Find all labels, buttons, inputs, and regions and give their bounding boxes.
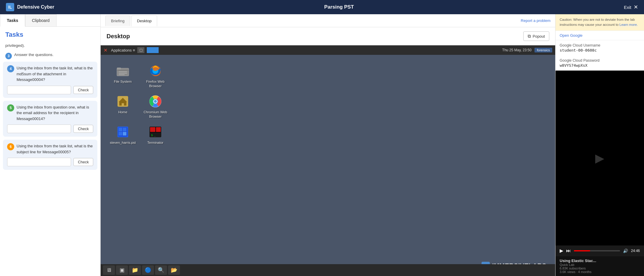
report-problem-link[interactable]: Report a problem (521, 18, 550, 23)
desktop-icon-pst[interactable]: steven_harris.pst (110, 125, 136, 145)
popout-icon: ⧉ (528, 33, 531, 39)
page-title: Parsing PST (324, 4, 354, 10)
learn-more-link[interactable]: Learn more. (619, 23, 638, 27)
next-button[interactable]: ⏭ (566, 248, 571, 253)
chromium-icon (148, 94, 162, 109)
task-6-text: Using the inbox from the task list, what… (17, 143, 93, 155)
vd-clock: Thu 25 May, 23:50 (502, 48, 532, 52)
taskbar-terminal[interactable]: ▣ (116, 265, 128, 275)
task-6-header: 6 Using the inbox from the task list, wh… (7, 143, 93, 155)
exit-button[interactable]: Exit ✕ (624, 4, 638, 10)
desktop-icon-home[interactable]: Home (110, 94, 136, 119)
video-placeholder: ▶ (595, 151, 604, 165)
password-value: w8VYS74wpXsX (556, 63, 644, 71)
task-5-header: 5 Using the inbox from question one, wha… (7, 104, 93, 122)
desktop-icons-grid: File System Firefox Web Browser (101, 55, 178, 154)
volume-icon[interactable]: 🔊 (623, 248, 628, 253)
tab-clipboard[interactable]: Clipboard (25, 14, 57, 26)
vd-active-window (147, 47, 159, 53)
username-label: Google Cloud Username (556, 40, 644, 48)
right-side-panel: Caution: When you are not to deviate fro… (555, 14, 644, 276)
svg-rect-24 (150, 127, 155, 132)
vd-close-icon: ✕ (104, 47, 107, 53)
tab-tasks[interactable]: Tasks (0, 14, 25, 27)
svg-rect-19 (123, 128, 126, 131)
svg-rect-3 (117, 68, 121, 69)
svg-rect-20 (119, 132, 122, 135)
taskbar-monitor[interactable]: 🖥 (103, 265, 115, 275)
task-5-text: Using the inbox from question one, what … (17, 104, 93, 122)
task-3-text: Answer the questions. (14, 52, 54, 57)
top-header: IL Defensive Cyber Parsing PST Exit ✕ (0, 0, 644, 14)
app-name: Defensive Cyber (17, 4, 54, 10)
task-6-check-button[interactable]: Check (73, 158, 93, 166)
exit-label: Exit (624, 5, 631, 10)
task-intro: privileged). (3, 41, 97, 50)
password-label: Google Cloud Password (556, 55, 644, 63)
firefox-label: Firefox Web Browser (142, 79, 169, 88)
task-5-input[interactable] (7, 125, 71, 133)
desktop-icon-chromium[interactable]: Chromium Web Browser (142, 94, 169, 119)
video-area: ▶ (556, 71, 644, 246)
task-4-input-row: Check (7, 86, 93, 94)
tab-briefing[interactable]: Briefing (105, 15, 130, 26)
task-5-card: 5 Using the inbox from question one, wha… (3, 101, 97, 137)
channel-info: Using Elastic Stac... Quick Lab 6.83K su… (556, 256, 644, 276)
taskbar-browser[interactable]: 🔵 (142, 265, 154, 275)
terminator-label: Terminator (147, 141, 163, 145)
taskbar-search[interactable]: 🔍 (155, 265, 167, 275)
open-google-link[interactable]: Open Google (556, 31, 644, 40)
tasks-scroll: privileged). 3 Answer the questions. 4 U… (0, 41, 100, 276)
popout-button[interactable]: ⧉ Popout (523, 31, 549, 41)
svg-rect-25 (156, 127, 161, 132)
video-progress[interactable] (574, 250, 620, 251)
vd-topbar-left: ✕ Applications ≡ ▢ (104, 47, 159, 53)
right-tabs: Briefing Desktop (105, 15, 157, 26)
task-3-item: 3 Answer the questions. (3, 50, 97, 62)
task-4-text: Using the inbox from the task list, what… (17, 65, 93, 83)
task-5-check-button[interactable]: Check (73, 125, 93, 133)
play-button[interactable]: ▶ (560, 248, 563, 253)
task-4-header: 4 Using the inbox from the task list, wh… (7, 65, 93, 83)
caution-text: Caution: When you are not to deviate fro… (556, 14, 644, 31)
header-logo: IL Defensive Cyber (6, 3, 54, 11)
task-4-check-button[interactable]: Check (73, 86, 93, 94)
channel-name: Quick Lab (560, 263, 640, 267)
vd-desktop-area[interactable]: File System Firefox Web Browser (101, 55, 555, 276)
video-controls: ▶ ⏭ 🔊 24:46 (556, 245, 644, 256)
vd-apps-button[interactable]: Applications ≡ (111, 48, 135, 52)
main-layout: Tasks Clipboard Tasks privileged). 3 Ans… (0, 14, 644, 276)
task-5-input-row: Check (7, 125, 93, 133)
desktop-title: Desktop (107, 33, 130, 40)
video-time: 24:46 (631, 249, 640, 253)
task-4-card: 4 Using the inbox from the task list, wh… (3, 62, 97, 98)
task-4-number: 4 (7, 65, 14, 72)
desktop-icon-filesystem[interactable]: File System (110, 64, 136, 88)
center-section: Briefing Desktop Report a problem Deskto… (101, 14, 555, 276)
tab-desktop[interactable]: Desktop (131, 15, 157, 26)
task-intro-text: privileged). (5, 43, 25, 48)
channel-subs: 6.83K subscribers (560, 267, 640, 270)
firefox-icon (148, 64, 162, 78)
filesystem-label: File System (114, 79, 132, 84)
video-progress-fill (574, 250, 590, 251)
virtual-desktop: ✕ Applications ≡ ▢ Thu 25 May, 23:50 for… (101, 45, 555, 276)
desktop-icon-firefox[interactable]: Firefox Web Browser (142, 64, 169, 88)
svg-rect-21 (123, 132, 126, 135)
popout-label: Popout (533, 34, 545, 39)
taskbar-folder2[interactable]: 📂 (168, 265, 180, 275)
task-6-input[interactable] (7, 158, 71, 166)
home-icon (116, 94, 130, 109)
taskbar-files[interactable]: 📁 (129, 265, 141, 275)
svg-rect-18 (119, 128, 122, 131)
svg-rect-2 (117, 70, 129, 71)
channel-title: Using Elastic Stac... (560, 259, 640, 263)
task-6-number: 6 (7, 143, 14, 150)
task-4-input[interactable] (7, 86, 71, 94)
task-3-number: 3 (5, 53, 12, 59)
username-value: student-00-0608c (556, 48, 644, 55)
desktop-icon-terminator[interactable]: $ _ Terminator (142, 125, 169, 145)
task-6-input-row: Check (7, 158, 93, 166)
tasks-title: Tasks (0, 27, 100, 41)
vd-window-button[interactable]: ▢ (137, 47, 144, 53)
